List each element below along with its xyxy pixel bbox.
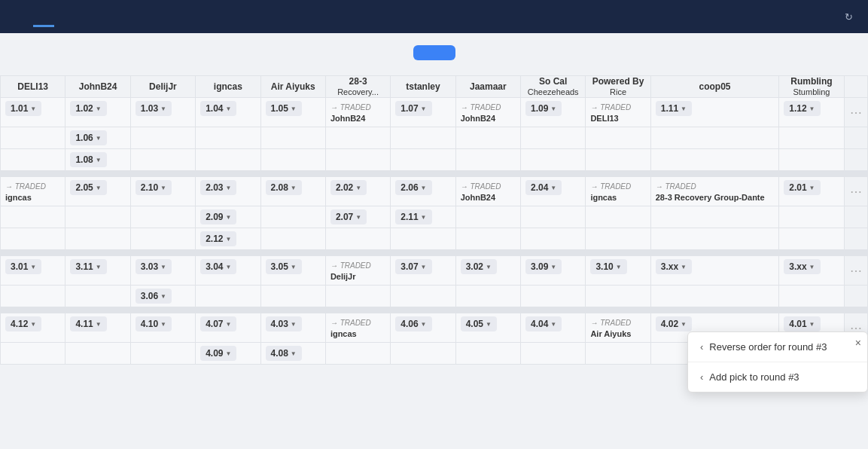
pick-badge[interactable]: 1.03 ▼ bbox=[136, 101, 172, 116]
pick-cell-r2-c0: → TRADEDigncas bbox=[1, 177, 65, 206]
pick-cell-r2-c9 bbox=[586, 228, 650, 250]
nav-tabs bbox=[12, 7, 117, 27]
pick-badge[interactable]: 1.09 ▼ bbox=[525, 101, 562, 116]
pick-cell-r2-c10: → TRADED28-3 Recovery Group-Dante bbox=[650, 177, 778, 206]
pick-cell-r2-c4 bbox=[260, 228, 325, 250]
dots-empty bbox=[844, 206, 867, 228]
round-dots-menu-1[interactable]: ⋯ bbox=[844, 98, 867, 127]
pick-badge[interactable]: 2.03 ▼ bbox=[200, 180, 236, 195]
pick-cell-r2-c11 bbox=[779, 228, 844, 250]
pick-badge[interactable]: 1.06 ▼ bbox=[70, 130, 106, 145]
pick-badge[interactable]: 4.09 ▼ bbox=[200, 346, 236, 361]
pick-badge[interactable]: 3.06 ▼ bbox=[136, 289, 172, 304]
traded-indicator: → TRADEDigncas bbox=[330, 316, 385, 339]
pick-badge[interactable]: 4.03 ▼ bbox=[266, 316, 302, 331]
pick-cell-r1-c11 bbox=[779, 149, 844, 171]
dots-menu-button[interactable]: ⋯ bbox=[845, 261, 866, 281]
pick-badge[interactable]: 3.04 ▼ bbox=[200, 259, 236, 274]
pick-badge[interactable]: 3.05 ▼ bbox=[266, 259, 302, 274]
pick-badge[interactable]: 4.01 ▼ bbox=[784, 316, 820, 331]
pick-badge[interactable]: 4.11 ▼ bbox=[70, 316, 106, 331]
pick-cell-r2-c8: 2.04 ▼ bbox=[521, 177, 586, 206]
pick-badge[interactable]: 2.01 ▼ bbox=[784, 180, 820, 195]
pick-badge[interactable]: 3.07 ▼ bbox=[395, 259, 431, 274]
pick-cell-r3-c8 bbox=[521, 286, 586, 307]
pick-badge[interactable]: 2.11 ▼ bbox=[395, 209, 431, 225]
dots-menu-button[interactable]: ⋯ bbox=[845, 182, 866, 202]
col-header-socalcheezeheads: So CalCheezeheads bbox=[521, 76, 586, 98]
pick-badge[interactable]: 4.06 ▼ bbox=[395, 316, 431, 331]
pick-badge[interactable]: 1.08 ▼ bbox=[70, 152, 106, 167]
pick-badge[interactable]: 4.02 ▼ bbox=[656, 316, 692, 331]
separator-cell bbox=[1, 250, 868, 256]
pick-cell-r4-c4: 4.08 ▼ bbox=[260, 343, 325, 365]
pick-badge[interactable]: 4.12 ▼ bbox=[5, 316, 41, 331]
col-header-airaiyuks: Air Aiyuks bbox=[260, 76, 325, 98]
pick-cell-r1-c11 bbox=[779, 127, 844, 149]
popup-close-button[interactable]: × bbox=[855, 337, 861, 349]
sync-league-button[interactable]: ↻ bbox=[845, 11, 856, 23]
pick-badge[interactable]: 3.09 ▼ bbox=[525, 259, 562, 274]
pick-cell-r1-c1: 1.02 ▼ bbox=[65, 98, 130, 127]
pick-cell-r4-c6 bbox=[391, 343, 455, 365]
pick-badge[interactable]: 4.08 ▼ bbox=[266, 346, 302, 361]
pick-badge[interactable]: 2.05 ▼ bbox=[70, 180, 106, 195]
pick-cell-r3-c5 bbox=[325, 286, 390, 307]
tab-draft-picks[interactable] bbox=[33, 7, 54, 27]
pick-cell-r2-c5 bbox=[325, 228, 390, 250]
pick-badge[interactable]: 2.10 ▼ bbox=[136, 180, 172, 195]
pick-cell-r1-c3 bbox=[196, 149, 260, 171]
pick-badge[interactable]: 4.05 ▼ bbox=[461, 316, 497, 331]
traded-indicator: → TRADEDDelijJr bbox=[330, 259, 385, 282]
pick-cell-r4-c8 bbox=[521, 343, 586, 365]
pick-badge[interactable]: 2.04 ▼ bbox=[525, 180, 562, 195]
tab-mock-drafts[interactable] bbox=[75, 7, 96, 27]
tab-keepers[interactable] bbox=[54, 7, 75, 27]
pick-badge[interactable]: 1.04 ▼ bbox=[200, 101, 236, 116]
popup-item-1[interactable]: ‹Add pick to round #3 bbox=[688, 362, 867, 392]
dots-menu-button[interactable]: ⋯ bbox=[845, 102, 866, 123]
pick-badge[interactable]: 4.07 ▼ bbox=[200, 316, 236, 331]
pick-badge[interactable]: 3.xx ▼ bbox=[656, 259, 692, 274]
pick-cell-r4-c0: 4.12 ▼ bbox=[1, 313, 65, 343]
pick-badge[interactable]: 2.02 ▼ bbox=[330, 180, 367, 195]
pick-badge[interactable]: 2.09 ▼ bbox=[200, 209, 236, 225]
pick-badge[interactable]: 1.12 ▼ bbox=[784, 101, 820, 116]
draft-grid-wrapper: DELI13JohnB24DelijJrigncasAir Aiyuks28-3… bbox=[0, 75, 868, 365]
round-dots-menu-2[interactable]: ⋯ bbox=[844, 177, 867, 206]
pick-cell-r3-c6: 3.07 ▼ bbox=[391, 256, 455, 286]
pick-badge[interactable]: 1.01 ▼ bbox=[5, 101, 41, 116]
pick-cell-r2-c11: 2.01 ▼ bbox=[779, 177, 844, 206]
tab-options[interactable] bbox=[96, 7, 117, 27]
pick-badge[interactable]: 1.02 ▼ bbox=[70, 101, 106, 116]
pick-badge[interactable]: 3.11 ▼ bbox=[70, 259, 106, 274]
pick-cell-r2-c7 bbox=[455, 206, 520, 228]
pick-cell-r2-c0 bbox=[1, 228, 65, 250]
pick-badge[interactable]: 3.01 ▼ bbox=[5, 259, 41, 274]
pick-badge[interactable]: 2.08 ▼ bbox=[266, 180, 302, 195]
pick-badge[interactable]: 2.07 ▼ bbox=[330, 209, 367, 225]
pick-badge[interactable]: 3.xx ▼ bbox=[784, 259, 820, 274]
pick-badge[interactable]: 3.10 ▼ bbox=[590, 259, 626, 274]
popup-item-0[interactable]: ‹Reverse order for round #3 bbox=[688, 332, 867, 362]
pick-cell-r4-c7 bbox=[455, 343, 520, 365]
pick-badge[interactable]: 3.03 ▼ bbox=[136, 259, 172, 274]
pick-badge[interactable]: 1.11 ▼ bbox=[656, 101, 692, 116]
pick-cell-r1-c1: 1.08 ▼ bbox=[65, 149, 130, 171]
pick-badge[interactable]: 3.02 ▼ bbox=[461, 259, 497, 274]
pick-cell-r1-c5 bbox=[325, 127, 390, 149]
pick-cell-r4-c9: → TRADEDAir Aiyuks bbox=[586, 313, 650, 343]
column-headers-row: DELI13JohnB24DelijJrigncasAir Aiyuks28-3… bbox=[1, 76, 868, 98]
pick-badge[interactable]: 4.04 ▼ bbox=[525, 316, 562, 331]
pick-badge[interactable]: 4.10 ▼ bbox=[136, 316, 172, 331]
pick-badge[interactable]: 2.12 ▼ bbox=[200, 231, 236, 246]
tab-overview[interactable] bbox=[12, 7, 33, 27]
pick-badge[interactable]: 1.07 ▼ bbox=[395, 101, 431, 116]
pick-cell-r4-c3: 4.07 ▼ bbox=[196, 313, 260, 343]
pick-cell-r2-c4 bbox=[260, 206, 325, 228]
round-options-popup: × ‹Reverse order for round #3‹Add pick t… bbox=[687, 331, 868, 392]
round-dots-menu-3[interactable]: ⋯ bbox=[844, 256, 867, 286]
pick-badge[interactable]: 2.06 ▼ bbox=[395, 180, 431, 195]
pick-badge[interactable]: 1.05 ▼ bbox=[266, 101, 302, 116]
reset-draft-order-button[interactable] bbox=[413, 45, 455, 60]
